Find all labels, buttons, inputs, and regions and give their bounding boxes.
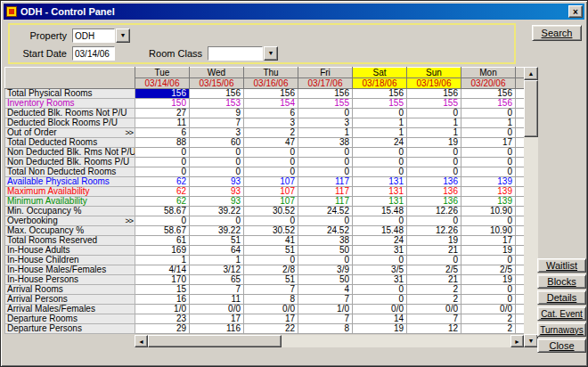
- grid-cell[interactable]: 2/8: [244, 265, 298, 275]
- grid-cell[interactable]: 38: [298, 138, 353, 148]
- property-input[interactable]: [72, 29, 115, 43]
- grid-cell[interactable]: 14: [353, 314, 407, 324]
- grid-cell[interactable]: 3/12: [190, 265, 244, 275]
- grid-cell[interactable]: 12.26: [407, 226, 461, 236]
- grid-cell[interactable]: 0: [353, 285, 407, 295]
- expand-button[interactable]: >>: [125, 128, 133, 137]
- grid-cell[interactable]: 2: [461, 314, 516, 324]
- grid-cell[interactable]: 0: [353, 216, 407, 226]
- grid-cell[interactable]: 1: [353, 118, 407, 128]
- grid-cell[interactable]: 0: [407, 167, 461, 177]
- grid-cell[interactable]: 51: [244, 275, 298, 285]
- grid-cell[interactable]: 15.48: [353, 226, 407, 236]
- grid-cell[interactable]: 27: [135, 109, 190, 118]
- grid-cell[interactable]: 62: [135, 177, 190, 187]
- grid-cell[interactable]: 21: [407, 246, 461, 256]
- grid-cell[interactable]: 0: [244, 148, 298, 158]
- scroll-down-icon[interactable]: ▼: [524, 334, 538, 347]
- grid-cell[interactable]: 117: [298, 197, 353, 207]
- grid-cell[interactable]: 0: [244, 158, 298, 167]
- grid-cell[interactable]: 30.52: [244, 226, 298, 236]
- grid-cell[interactable]: 38: [298, 236, 353, 246]
- grid-cell[interactable]: 93: [190, 197, 244, 207]
- grid-cell[interactable]: 0: [135, 158, 190, 167]
- grid-cell[interactable]: 47: [244, 138, 298, 148]
- scroll-right-icon[interactable]: ►: [510, 335, 524, 347]
- grid-cell[interactable]: 156: [407, 89, 461, 99]
- grid-cell[interactable]: 0: [353, 167, 407, 177]
- grid-cell[interactable]: 16: [135, 295, 190, 305]
- grid-cell[interactable]: 0: [461, 158, 516, 167]
- grid-cell[interactable]: 1: [135, 256, 190, 265]
- grid-cell[interactable]: 7: [190, 285, 244, 295]
- grid-cell[interactable]: 22: [244, 324, 298, 334]
- titlebar[interactable]: ODH - Control Panel ×: [4, 4, 584, 20]
- grid-cell[interactable]: 1: [190, 256, 244, 265]
- blocks-button[interactable]: Blocks: [537, 274, 586, 289]
- close-button[interactable]: Close: [537, 338, 586, 353]
- grid-cell[interactable]: 0: [461, 256, 516, 265]
- grid-cell[interactable]: 136: [407, 177, 461, 187]
- grid-cell[interactable]: 107: [244, 177, 298, 187]
- grid-cell[interactable]: 17: [244, 314, 298, 324]
- grid-cell[interactable]: 7: [298, 295, 353, 305]
- waitlist-button[interactable]: Waitlist: [537, 258, 586, 273]
- grid-cell[interactable]: 0: [298, 158, 353, 167]
- grid-cell[interactable]: 23: [135, 314, 190, 324]
- grid-cell[interactable]: 0: [244, 216, 298, 226]
- grid-cell[interactable]: 136: [407, 197, 461, 207]
- grid-cell[interactable]: 0: [190, 216, 244, 226]
- grid-cell[interactable]: 4/14: [135, 265, 190, 275]
- grid-cell[interactable]: 62: [135, 187, 190, 197]
- grid-cell[interactable]: 50: [298, 246, 353, 256]
- grid-cell[interactable]: 17: [461, 138, 516, 148]
- grid-cell[interactable]: 93: [190, 177, 244, 187]
- grid-cell[interactable]: 6: [135, 128, 190, 138]
- grid-cell[interactable]: 1/0: [135, 305, 190, 314]
- grid-cell[interactable]: 4: [298, 285, 353, 295]
- details-button[interactable]: Details: [537, 290, 586, 305]
- grid-cell[interactable]: 50: [298, 275, 353, 285]
- grid-cell[interactable]: 7: [244, 285, 298, 295]
- vertical-scrollbar-thumb[interactable]: [524, 80, 538, 137]
- grid-cell[interactable]: 2: [407, 285, 461, 295]
- search-button[interactable]: Search: [532, 25, 582, 41]
- grid-cell[interactable]: 8: [244, 295, 298, 305]
- grid-cell[interactable]: 1/0: [298, 305, 353, 314]
- grid-cell[interactable]: 156: [461, 99, 516, 109]
- grid-cell[interactable]: 155: [353, 99, 407, 109]
- grid-cell[interactable]: 0: [353, 158, 407, 167]
- grid-cell[interactable]: 11: [135, 118, 190, 128]
- grid-cell[interactable]: 0: [135, 216, 190, 226]
- grid-cell[interactable]: 19: [461, 275, 516, 285]
- horizontal-scrollbar-track[interactable]: [282, 335, 510, 347]
- grid-cell[interactable]: 24: [353, 138, 407, 148]
- scroll-up-icon[interactable]: ▲: [524, 67, 538, 80]
- grid-cell[interactable]: 0: [353, 256, 407, 265]
- grid-cell[interactable]: 61: [135, 236, 190, 246]
- room-class-input[interactable]: [208, 46, 263, 61]
- grid-cell[interactable]: 0: [135, 167, 190, 177]
- grid-cell[interactable]: 12: [407, 324, 461, 334]
- grid-cell[interactable]: 117: [298, 187, 353, 197]
- grid-cell[interactable]: 156: [353, 89, 407, 99]
- grid-cell[interactable]: 19: [461, 246, 516, 256]
- grid-cell[interactable]: 131: [353, 187, 407, 197]
- grid-cell[interactable]: 139: [461, 197, 516, 207]
- vertical-scrollbar-track[interactable]: [524, 137, 538, 334]
- turnaways-button[interactable]: Turnaways: [537, 322, 586, 337]
- grid-cell[interactable]: 31: [353, 246, 407, 256]
- grid-cell[interactable]: 107: [244, 197, 298, 207]
- grid-cell[interactable]: 117: [298, 177, 353, 187]
- expand-button[interactable]: >>: [125, 216, 133, 225]
- grid-cell[interactable]: 7: [407, 314, 461, 324]
- grid-cell[interactable]: 3: [190, 128, 244, 138]
- grid-cell[interactable]: 10.90: [461, 207, 516, 216]
- grid-cell[interactable]: 156: [298, 89, 353, 99]
- grid-cell[interactable]: 0/0: [461, 305, 516, 314]
- grid-cell[interactable]: 156: [244, 89, 298, 99]
- grid-cell[interactable]: 2: [244, 128, 298, 138]
- grid-cell[interactable]: 39.22: [190, 207, 244, 216]
- grid-cell[interactable]: 17: [190, 314, 244, 324]
- grid-cell[interactable]: 139: [461, 187, 516, 197]
